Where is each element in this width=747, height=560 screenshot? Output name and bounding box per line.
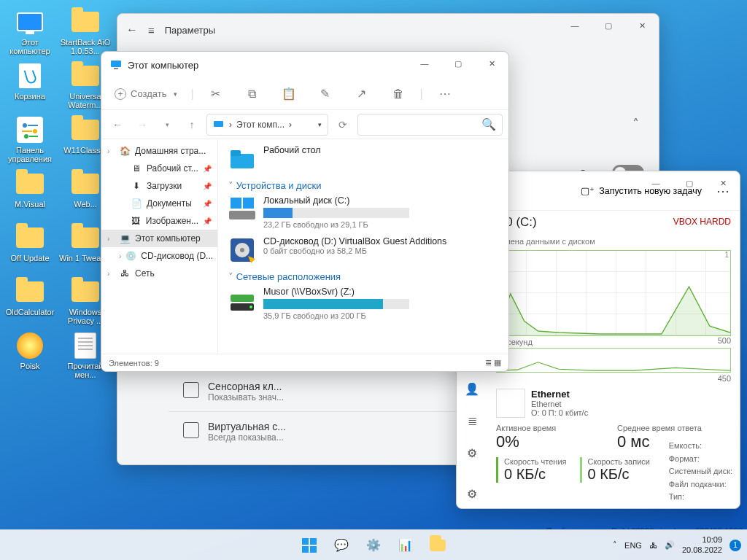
eth-mini-chart <box>496 389 525 418</box>
close-button[interactable]: ✕ <box>625 14 659 37</box>
nav-back-icon[interactable]: ← <box>107 119 128 131</box>
svg-rect-5 <box>29 136 38 137</box>
minimize-button[interactable]: — <box>558 14 592 37</box>
write-speed-stat: Скорость записи 0 КБ/с <box>580 457 650 483</box>
paste-icon[interactable]: 📋 <box>274 82 303 106</box>
tm-tab-details[interactable]: ≣ <box>460 406 484 435</box>
minimize-button[interactable]: — <box>639 171 673 195</box>
sidebar-item[interactable]: ›🏠Домашняя стра... <box>101 142 217 160</box>
svg-point-16 <box>240 248 244 252</box>
hamburger-icon[interactable]: ≡ <box>148 24 155 36</box>
svg-rect-1 <box>28 125 38 126</box>
refresh-icon[interactable]: ⟳ <box>333 119 353 131</box>
taskbar: 💬 ⚙️ 📊 ˄ ENG 🖧 🔊 10:0920.08.2022 1 <box>0 529 747 560</box>
svg-point-2 <box>33 129 37 133</box>
svg-rect-12 <box>231 198 241 209</box>
drive-item[interactable]: CD-дисковод (D:) VirtualBox Guest Additi… <box>228 236 498 264</box>
svg-rect-21 <box>302 538 309 545</box>
search-input[interactable]: 🔍 <box>357 114 503 136</box>
tm-settings-icon[interactable]: ⚙ <box>460 479 484 508</box>
keyboard-icon <box>183 382 199 398</box>
svg-rect-18 <box>231 295 254 302</box>
tm-tab-services[interactable]: ⚙ <box>460 438 484 467</box>
settings-title: Параметры <box>165 25 215 36</box>
tm-tab-users[interactable]: 👤 <box>460 374 484 403</box>
desktop-icon[interactable]: Корзина <box>3 58 57 111</box>
ethernet-thumbnail[interactable]: Ethernet Ethernet О: 0 П: 0 кбит/с <box>496 389 731 418</box>
pc-icon <box>110 59 122 71</box>
network-locations-header[interactable]: Сетевые расположения <box>228 271 498 282</box>
svg-rect-8 <box>214 121 223 127</box>
back-arrow-icon[interactable]: ← <box>126 23 138 36</box>
desktop-icon[interactable]: Панель управления <box>3 112 57 165</box>
nav-up-icon[interactable]: ↑ <box>182 119 202 131</box>
touchpad-icon <box>183 422 199 438</box>
sidebar-item[interactable]: ›💻Этот компьютер <box>101 230 217 247</box>
view-mode-icons[interactable]: ≣ ▦ <box>485 358 501 368</box>
run-task-icon: ▢⁺ <box>581 185 595 196</box>
svg-rect-13 <box>243 198 254 209</box>
taskbar-taskmgr-icon[interactable]: 📊 <box>392 533 419 558</box>
svg-point-20 <box>249 306 252 308</box>
disk-activity-chart: 1 <box>496 250 731 336</box>
new-button[interactable]: +Создать▾ <box>109 82 183 106</box>
start-button[interactable] <box>295 533 323 558</box>
sidebar-item[interactable]: ›💿CD-дисковод (D... <box>101 247 217 265</box>
maximize-button[interactable]: ▢ <box>592 14 625 37</box>
active-time-stat: Активное время 0% <box>496 424 610 451</box>
notification-badge[interactable]: 1 <box>729 540 741 551</box>
svg-rect-10 <box>231 150 241 156</box>
chevron-up-icon[interactable]: ˄ <box>627 116 644 132</box>
desktop-icon[interactable]: OldCalculator <box>3 274 57 327</box>
sidebar-item[interactable]: ⬇Загрузки📌 <box>101 177 217 195</box>
address-bar[interactable]: ›Этот комп...› ▾ <box>206 114 328 136</box>
explorer-sidebar: ›🏠Домашняя стра...🖥Рабочий ст...📌⬇Загруз… <box>101 139 218 354</box>
nav-forward-icon[interactable]: → <box>132 119 152 131</box>
svg-rect-3 <box>22 131 32 132</box>
delete-icon[interactable]: 🗑 <box>384 82 413 106</box>
desktop-icon[interactable]: Этот компьютер <box>3 4 57 57</box>
devices-header[interactable]: Устройства и диски <box>228 180 498 191</box>
maximize-button[interactable]: ▢ <box>673 171 706 195</box>
copy-icon[interactable]: ⧉ <box>238 82 267 106</box>
desktop-icon[interactable]: Poisk <box>3 328 57 381</box>
maximize-button[interactable]: ▢ <box>441 52 475 75</box>
desktop-icon[interactable]: M.Visual <box>3 166 57 219</box>
chart1-label: обмена данными с диском <box>496 237 731 246</box>
drive-item[interactable]: Musor (\\VBoxSvr) (Z:)35,9 ГБ свободно и… <box>228 287 498 320</box>
tray-volume-icon[interactable]: 🔊 <box>665 540 675 550</box>
close-button[interactable]: ✕ <box>706 171 740 195</box>
desktop-icon[interactable]: Off Update <box>3 220 57 273</box>
drive-item[interactable]: Локальный диск (C:)23,2 ГБ свободно из 2… <box>228 195 498 229</box>
taskbar-explorer-icon[interactable] <box>424 533 452 558</box>
sidebar-item[interactable]: 🖼Изображен...📌 <box>101 212 217 230</box>
sidebar-item[interactable]: ›🖧Сеть <box>101 265 217 282</box>
tray-clock[interactable]: 10:0920.08.2022 <box>682 535 722 554</box>
svg-rect-6 <box>111 61 121 67</box>
explorer-window: Этот компьютер — ▢ ✕ +Создать▾ | ✂ ⧉ 📋 ✎… <box>101 51 509 372</box>
close-button[interactable]: ✕ <box>475 52 508 75</box>
rename-icon[interactable]: ✎ <box>311 82 340 106</box>
explorer-main: Рабочий стол Устройства и диски Локальны… <box>218 139 508 354</box>
taskbar-chat-icon[interactable]: 💬 <box>328 533 355 558</box>
disk-transfer-chart <box>496 348 731 373</box>
tray-network-icon[interactable]: 🖧 <box>649 541 657 550</box>
svg-rect-24 <box>310 546 317 553</box>
disk-properties: Емкость:Формат:Системный диск:Файл подка… <box>669 440 732 504</box>
more-icon[interactable]: ⋯ <box>430 82 460 106</box>
sidebar-item[interactable]: 📄Документы📌 <box>101 195 217 212</box>
desktop-icon[interactable]: StartBack AiO 1.0.53... <box>58 4 112 57</box>
svg-rect-23 <box>302 546 309 553</box>
explorer-statusbar: Элементов: 9 ≣ ▦ <box>101 354 508 371</box>
sidebar-item[interactable]: 🖥Рабочий ст...📌 <box>101 160 217 177</box>
minimize-button[interactable]: — <box>408 52 441 75</box>
tray-chevron-icon[interactable]: ˄ <box>613 540 617 550</box>
nav-recent-icon[interactable]: ▾ <box>157 121 177 128</box>
taskbar-settings-icon[interactable]: ⚙️ <box>360 533 387 558</box>
svg-rect-7 <box>114 68 118 69</box>
share-icon[interactable]: ↗ <box>347 82 376 106</box>
svg-rect-11 <box>229 211 255 219</box>
tray-language[interactable]: ENG <box>624 541 642 550</box>
cut-icon[interactable]: ✂ <box>201 82 231 106</box>
desktop-folder-item[interactable]: Рабочий стол <box>228 145 498 173</box>
